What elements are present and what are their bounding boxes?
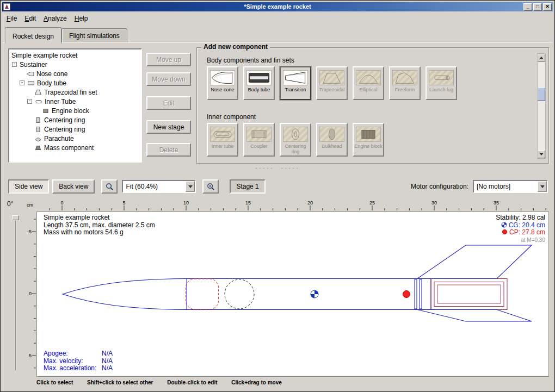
menu-edit[interactable]: Edit <box>21 14 40 23</box>
tree-item-trapezoidal-fin-set[interactable]: Trapezoidal fin set <box>9 88 141 97</box>
menu-help[interactable]: Help <box>71 14 92 23</box>
engine-block-icon <box>42 108 50 114</box>
tree-item-label: Trapezoidal fin set <box>44 89 97 96</box>
rocket-mass: Mass with no motors 54.6 g <box>44 229 155 237</box>
collapse-expander-icon[interactable] <box>27 99 32 104</box>
app-icon <box>3 3 10 10</box>
scroll-up-icon[interactable] <box>538 54 545 62</box>
centering-ring-outline <box>420 279 422 309</box>
menu-analyze[interactable]: Analyze <box>40 14 71 23</box>
engine-block-outline <box>437 285 501 303</box>
add-centering-ring-button[interactable]: Centering ring <box>280 123 311 157</box>
component-button-label: Coupler <box>250 144 268 149</box>
collapse-expander-icon[interactable] <box>12 62 17 67</box>
stage-1-toggle-button[interactable]: Stage 1 <box>230 179 265 194</box>
edit-button[interactable]: Edit <box>146 96 191 110</box>
add-coupler-button[interactable]: Coupler <box>243 123 275 157</box>
mach-condition: at M=0.30 <box>496 237 545 244</box>
tree-item-mass-component[interactable]: Mass component <box>9 143 141 152</box>
close-button[interactable]: ✕ <box>543 3 552 11</box>
tree-item-body-tube[interactable]: Body tube <box>9 78 141 88</box>
tree-item-label: Centering ring <box>44 126 85 133</box>
tab-panel-divider <box>3 42 552 43</box>
add-transition-button[interactable]: Transition <box>280 66 311 100</box>
trapezoidal-fin-icon <box>319 70 344 85</box>
add-new-component-group: Add new component Body components and fi… <box>196 47 549 164</box>
tree-item-rocket[interactable]: Simple example rocket <box>9 51 141 60</box>
vertical-ruler: -505 <box>26 211 36 377</box>
stability-block: Stability: 2.98 cal CG: 20.4 cm CP: 27.8… <box>496 214 545 244</box>
rocket-info-block: Simple example rocket Length 37.5 cm, ma… <box>44 214 155 237</box>
side-view-button[interactable]: Side view <box>8 179 49 194</box>
rotation-slider[interactable] <box>15 215 16 370</box>
maximize-button[interactable]: □ <box>533 3 542 11</box>
component-tree[interactable]: Simple example rocket Sustainer Nose con… <box>8 48 142 163</box>
inner-tube-icon <box>210 127 235 142</box>
scroll-down-icon[interactable] <box>538 150 545 158</box>
nose-cone-icon <box>27 71 35 77</box>
rotation-slider-handle[interactable] <box>12 215 19 220</box>
menu-file[interactable]: File <box>3 14 21 23</box>
move-down-button[interactable]: Move down <box>146 72 191 86</box>
stability-value: Stability: 2.98 cal <box>496 214 545 222</box>
svg-text:0: 0 <box>60 200 63 206</box>
combo-dropdown-icon[interactable] <box>186 181 195 192</box>
delete-button[interactable]: Delete <box>146 143 191 157</box>
tree-item-nose-cone[interactable]: Nose cone <box>9 69 141 78</box>
add-engine-block-button[interactable]: Engine block <box>353 123 384 157</box>
status-hint-bar: Click to select Shift+click to select ot… <box>36 379 294 385</box>
minimize-button[interactable]: _ <box>523 3 532 11</box>
svg-text:15: 15 <box>245 200 251 206</box>
move-up-button[interactable]: Move up <box>146 53 191 66</box>
add-freeform-fin-button[interactable]: Freeform <box>389 66 421 100</box>
rocket-name: Simple example rocket <box>44 214 155 222</box>
cg-value: CG: 20.4 cm <box>509 221 545 229</box>
split-pane-divider[interactable]: ····· ····· <box>1 165 554 172</box>
motor-configuration-value: [No motors] <box>474 183 538 190</box>
component-button-label: Body tube <box>248 87 271 92</box>
add-inner-tube-button[interactable]: Inner tube <box>207 123 238 157</box>
add-launch-lug-button[interactable]: Launch lug <box>425 66 457 100</box>
window-title: *Simple example rocket <box>2 2 553 11</box>
combo-dropdown-icon[interactable] <box>538 181 547 192</box>
tree-item-centering-ring-1[interactable]: Centering ring <box>9 115 141 125</box>
add-nose-cone-button[interactable]: Nose cone <box>207 66 238 100</box>
tree-item-centering-ring-2[interactable]: Centering ring <box>9 125 141 134</box>
titlebar[interactable]: *Simple example rocket _ □ ✕ <box>2 2 553 11</box>
zoom-out-button[interactable] <box>101 179 118 194</box>
component-button-label: Inner tube <box>211 144 235 149</box>
rocket-figure <box>37 212 550 377</box>
nose-cone-icon <box>210 70 235 85</box>
add-bulkhead-button[interactable]: Bulkhead <box>316 123 348 157</box>
parachute-icon <box>34 135 42 142</box>
tree-item-inner-tube[interactable]: Inner Tube <box>9 97 141 106</box>
cp-value: CP: 27.8 cm <box>509 228 545 236</box>
scrollbar-thumb[interactable] <box>538 88 545 101</box>
add-body-tube-button[interactable]: Body tube <box>243 66 275 100</box>
rocket-design-canvas[interactable]: Simple example rocket Length 37.5 cm, ma… <box>36 211 549 377</box>
zoom-in-button[interactable] <box>202 179 219 194</box>
new-stage-button[interactable]: New stage <box>146 120 191 134</box>
component-panel-scrollbar[interactable] <box>537 53 546 159</box>
tree-item-label: Parachute <box>44 135 74 142</box>
add-elliptical-fin-button[interactable]: Elliptical <box>353 66 384 100</box>
motor-configuration-combobox[interactable]: [No motors] <box>473 180 548 193</box>
add-trapezoidal-fin-button[interactable]: Trapezoidal <box>316 66 348 100</box>
svg-text:0: 0 <box>29 291 32 296</box>
tab-flight-simulations[interactable]: Flight simulations <box>61 28 127 43</box>
back-view-button[interactable]: Back view <box>52 179 95 194</box>
component-button-label: Bulkhead <box>321 144 343 149</box>
body-component-buttons: Nose cone Body tube Transition Trapezoid… <box>207 66 457 100</box>
motor-configuration-label: Motor configuration: <box>411 183 468 190</box>
svg-text:-5: -5 <box>27 229 32 234</box>
tree-item-label: Inner Tube <box>45 98 76 105</box>
collapse-expander-icon[interactable] <box>20 80 24 85</box>
freeform-fin-icon <box>392 70 417 85</box>
tab-rocket-design[interactable]: Rocket design <box>5 27 61 43</box>
tree-item-engine-block[interactable]: Engine block <box>9 106 141 115</box>
svg-text:20: 20 <box>307 200 313 206</box>
zoom-level-combobox[interactable]: Fit (60.4%) <box>122 180 196 193</box>
centering-ring-outline <box>415 279 417 309</box>
tree-item-parachute[interactable]: Parachute <box>9 134 141 143</box>
tree-item-sustainer[interactable]: Sustainer <box>9 60 141 69</box>
